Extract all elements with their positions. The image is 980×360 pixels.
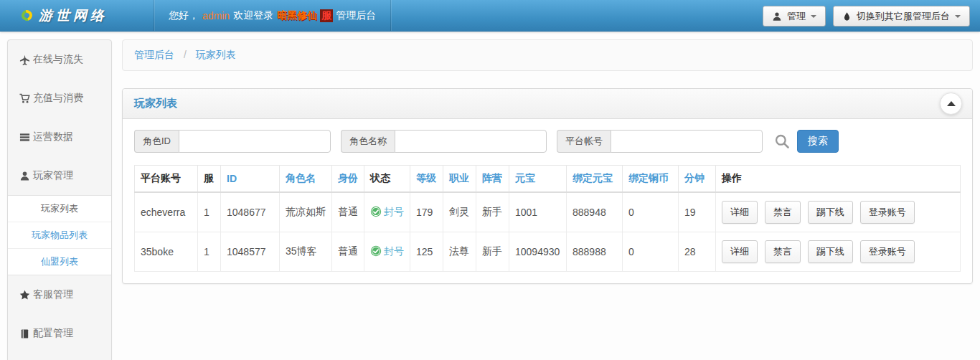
table-header-row: 平台账号 服 ID 角色名 身份 状态 等级 职业 阵营 元宝 绑定元宝 绑定铜… bbox=[135, 166, 961, 193]
sidebar-subitem-label: 仙盟列表 bbox=[41, 256, 78, 267]
player-table-wrap: 平台账号 服 ID 角色名 身份 状态 等级 职业 阵营 元宝 绑定元宝 绑定铜… bbox=[123, 156, 972, 283]
sidebar-item-config-management[interactable]: 配置管理 bbox=[8, 314, 111, 353]
sidebar-item-player-list[interactable]: 玩家列表 bbox=[8, 196, 111, 222]
column-header-status: 状态 bbox=[364, 166, 410, 193]
player-submenu: 玩家列表 玩家物品列表 仙盟列表 bbox=[8, 195, 111, 275]
cell-role-name: 荒凉如斯 bbox=[280, 192, 332, 232]
mute-button[interactable]: 禁言 bbox=[765, 240, 801, 263]
welcome-middle: 欢迎登录 bbox=[233, 9, 273, 22]
column-header-yuanbao[interactable]: 元宝 bbox=[509, 166, 567, 193]
player-table: 平台账号 服 ID 角色名 身份 状态 等级 职业 阵营 元宝 绑定元宝 绑定铜… bbox=[134, 165, 961, 272]
role-name-input[interactable] bbox=[395, 130, 547, 153]
column-header-actions: 操作 bbox=[716, 166, 961, 193]
sidebar-subitem-label: 玩家列表 bbox=[41, 203, 78, 214]
user-icon bbox=[772, 11, 782, 22]
topbar: 游世网络 您好， admin 欢迎登录 暗黑修仙 服 管理后台 管理 切换到其它… bbox=[0, 0, 980, 32]
topbar-actions: 管理 切换到其它服管理后台 bbox=[763, 6, 970, 27]
table-row: echeverra 1 1048677 荒凉如斯 普通 bbox=[135, 192, 961, 232]
cell-yuanbao: 10094930 bbox=[509, 232, 567, 272]
cell-id: 1048677 bbox=[221, 192, 280, 232]
welcome-tail: 管理后台 bbox=[336, 9, 376, 22]
cell-level: 125 bbox=[410, 232, 443, 272]
column-header-identity[interactable]: 身份 bbox=[332, 166, 364, 193]
kick-offline-button[interactable]: 踢下线 bbox=[808, 201, 853, 224]
ban-status-link[interactable]: 封号 bbox=[384, 206, 404, 217]
breadcrumb-separator: / bbox=[184, 49, 187, 60]
detail-button[interactable]: 详细 bbox=[722, 240, 758, 263]
sidebar-item-online-churn[interactable]: 在线与流失 bbox=[8, 40, 111, 79]
sidebar-item-player-management[interactable]: 玩家管理 bbox=[8, 156, 111, 195]
cell-platform: 35boke bbox=[135, 232, 198, 272]
cell-level: 179 bbox=[410, 192, 443, 232]
caret-up-icon bbox=[947, 101, 956, 106]
user-icon bbox=[19, 171, 30, 181]
cell-faction: 新手 bbox=[476, 192, 509, 232]
ban-status-link[interactable]: 封号 bbox=[384, 245, 404, 257]
panel-heading: 玩家列表 bbox=[123, 89, 972, 119]
search-row: 角色ID 角色名称 平台帐号 搜索 bbox=[123, 119, 972, 156]
sidebar-subitem-label: 玩家物品列表 bbox=[32, 229, 88, 240]
column-header-level[interactable]: 等级 bbox=[410, 166, 443, 193]
column-header-bound-copper[interactable]: 绑定铜币 bbox=[623, 166, 679, 193]
sidebar-item-recharge-consume[interactable]: 充值与消费 bbox=[8, 79, 111, 118]
magnifier-icon[interactable] bbox=[774, 133, 790, 149]
star-icon bbox=[19, 290, 30, 300]
sidebar-item-label: 在线与流失 bbox=[33, 53, 83, 66]
sidebar-item-player-items-list[interactable]: 玩家物品列表 bbox=[8, 222, 111, 249]
cell-bound-copper: 0 bbox=[623, 192, 679, 232]
welcome-server-name: 暗黑修仙 bbox=[277, 9, 317, 22]
column-header-platform: 平台账号 bbox=[135, 166, 198, 193]
sidebar-item-label: 运营数据 bbox=[33, 131, 73, 143]
chevron-down-icon bbox=[955, 15, 961, 18]
login-account-button[interactable]: 登录账号 bbox=[860, 240, 915, 263]
kick-offline-button[interactable]: 踢下线 bbox=[808, 240, 853, 263]
cell-server: 1 bbox=[198, 192, 221, 232]
column-header-id[interactable]: ID bbox=[221, 166, 280, 193]
cell-status: 封号 bbox=[364, 232, 410, 272]
book-icon bbox=[19, 328, 30, 339]
sidebar-item-label: 充值与消费 bbox=[33, 92, 83, 105]
breadcrumb-current-link[interactable]: 玩家列表 bbox=[196, 49, 236, 60]
welcome-greeting: 您好， bbox=[169, 9, 199, 22]
cell-role-name: 35博客 bbox=[280, 232, 332, 272]
plane-icon bbox=[19, 55, 30, 65]
drop-icon bbox=[842, 11, 852, 22]
sidebar-item-guild-list[interactable]: 仙盟列表 bbox=[8, 249, 111, 275]
cell-status: 封号 bbox=[364, 192, 410, 232]
admin-menu-button[interactable]: 管理 bbox=[763, 6, 826, 27]
admin-menu-label: 管理 bbox=[787, 10, 806, 23]
cell-minutes: 28 bbox=[679, 232, 716, 272]
mute-button[interactable]: 禁言 bbox=[765, 201, 801, 224]
search-button[interactable]: 搜索 bbox=[797, 130, 839, 153]
switch-server-button[interactable]: 切换到其它服管理后台 bbox=[833, 6, 970, 27]
column-header-role-name[interactable]: 角色名 bbox=[280, 166, 332, 193]
logo-text: 游世网络 bbox=[39, 6, 108, 25]
platform-account-input[interactable] bbox=[611, 130, 763, 153]
sidebar-item-operation-data[interactable]: 运营数据 bbox=[8, 118, 111, 156]
cell-faction: 新手 bbox=[476, 232, 509, 272]
cell-identity: 普通 bbox=[332, 192, 364, 232]
cell-bound-yuanbao: 888948 bbox=[567, 192, 623, 232]
role-id-label: 角色ID bbox=[134, 130, 179, 153]
list-icon bbox=[19, 132, 30, 143]
cell-job: 剑灵 bbox=[443, 192, 476, 232]
detail-button[interactable]: 详细 bbox=[722, 201, 758, 224]
login-account-button[interactable]: 登录账号 bbox=[860, 201, 915, 224]
logo-ring-icon bbox=[19, 8, 34, 22]
logo: 游世网络 bbox=[0, 6, 154, 25]
sidebar-item-admin-tools[interactable]: 管理员工具 bbox=[8, 353, 111, 360]
column-header-bound-yuanbao[interactable]: 绑定元宝 bbox=[567, 166, 623, 193]
breadcrumb: 管理后台 / 玩家列表 bbox=[122, 39, 973, 71]
breadcrumb-root-link[interactable]: 管理后台 bbox=[134, 49, 174, 60]
cell-bound-yuanbao: 888988 bbox=[567, 232, 623, 272]
column-header-faction[interactable]: 阵营 bbox=[476, 166, 509, 193]
role-id-input[interactable] bbox=[179, 130, 331, 153]
sidebar-item-customer-service[interactable]: 客服管理 bbox=[8, 275, 111, 314]
collapse-panel-button[interactable] bbox=[940, 93, 962, 115]
column-header-job[interactable]: 职业 bbox=[443, 166, 476, 193]
cell-identity: 普通 bbox=[332, 232, 364, 272]
sidebar: 在线与流失 充值与消费 运营数据 玩家管理 玩家列表 玩家物品列表 仙 bbox=[7, 39, 112, 360]
topbar-divider bbox=[390, 0, 391, 31]
column-header-minutes[interactable]: 分钟 bbox=[679, 166, 716, 193]
chevron-down-icon bbox=[811, 15, 816, 18]
